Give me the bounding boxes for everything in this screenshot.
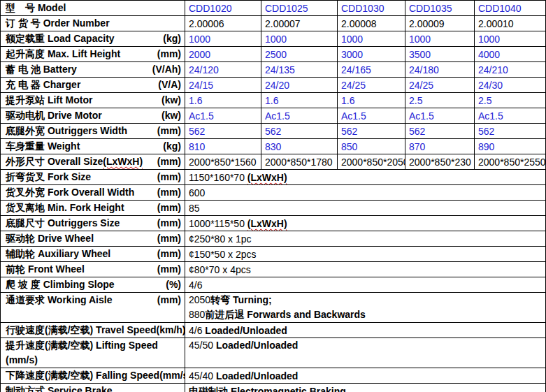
value-cell: 24/20: [261, 78, 338, 93]
cell-line: 880前进后退 Forwards and Backwards: [189, 307, 543, 322]
value-cell: 24/180: [405, 62, 475, 78]
table-row-climbing-slope: 爬 坡 度 Climbing Slope(%) 4/6: [1, 277, 546, 293]
row-label: 底腿外宽 Outriggers Width: [6, 124, 127, 138]
label-cell: 蓄 电 池 Battery(V/Ah): [1, 62, 185, 78]
value-cell: 1000: [261, 31, 338, 47]
misspelled-text: (LxWxH): [103, 156, 143, 167]
value-cell: 24/210: [475, 62, 546, 78]
row-label: 下降速度(满载/空载) Falling Speed: [6, 368, 159, 383]
table-row-order-number: 订 货 号 Order Number 2.00006 2.00007 2.000…: [1, 16, 546, 31]
value-cell: 2000*850*2050: [338, 154, 405, 170]
row-label: 订 货 号 Order Number: [6, 16, 110, 31]
value-cell: 1150*160*70 (LxWxH): [185, 170, 546, 185]
row-label: 外形尺寸 Overall Size(LxWxH): [6, 154, 143, 169]
cell-text: 1000*115*50: [189, 218, 247, 229]
value-cell: 2000*850*230: [405, 154, 475, 170]
cell-text: 880: [189, 309, 205, 320]
label-cell: 驱动电机 Drive Motor(kw): [1, 108, 185, 124]
value-cell: 2050转弯 Turning; 880前进后退 Forwards and Bac…: [185, 293, 546, 323]
value-cell: ¢80*70 x 4pcs: [185, 262, 546, 277]
value-cell: 1000: [185, 31, 261, 47]
label-cell: 货叉外宽 Fork Overall Width(mm): [1, 185, 185, 201]
value-cell: 1.6: [261, 93, 338, 108]
table-row-falling-speed: 下降速度(满载/空载) Falling Speed(mm/s) 45/40 Lo…: [1, 368, 546, 384]
value-cell: 562: [338, 124, 405, 139]
row-unit: (V/Ah): [152, 62, 181, 77]
value-cell: 1.6: [185, 93, 261, 108]
row-label-text: 外形尺寸 Overall Size: [6, 156, 103, 167]
row-label: 底腿尺寸 Outriggers Size: [6, 216, 120, 231]
row-label: 辅助轮 Auxiliary Wheel: [6, 247, 110, 261]
value-cell: 24/135: [261, 62, 338, 78]
value-cell: 1000: [338, 31, 405, 47]
value-cell: 562: [261, 124, 338, 139]
label-cell: 额定载重 Load Capacity(kg): [1, 31, 185, 47]
cell-text: 600: [189, 187, 205, 198]
value-cell: Ac1.5: [185, 108, 261, 124]
value-cell: 2.5: [475, 93, 546, 108]
table-row-fork-overall-width: 货叉外宽 Fork Overall Width(mm) 600: [1, 185, 546, 201]
cell-text: 1150*160*70: [189, 172, 247, 183]
value-cell: 2000*850*1780: [261, 154, 338, 170]
row-label: 车身重量 Weight: [6, 139, 80, 154]
row-unit: (mm): [157, 47, 181, 61]
value-cell: Ac1.5: [405, 108, 475, 124]
label-cell: 货叉离地 Min. Fork Height(mm): [1, 201, 185, 216]
value-cell: 3500: [405, 47, 475, 62]
value-cell: 2000*850*1560: [185, 154, 261, 170]
cell-line: 2050转弯 Turning;: [189, 293, 543, 307]
value-cell: Ac1.5: [261, 108, 338, 124]
value-cell: 890: [475, 139, 546, 154]
table-row-working-aisle: 通道要求 Working Aisle(mm) 2050转弯 Turning; 8…: [1, 293, 546, 323]
label-cell: 外形尺寸 Overall Size(LxWxH)(mm): [1, 154, 185, 170]
value-cell: 45/40 Loaded/Unloaded: [185, 368, 546, 384]
row-unit: (mm): [157, 154, 181, 169]
value-cell: 600: [185, 185, 546, 201]
row-label: 额定载重 Load Capacity: [6, 31, 115, 46]
table-row-travel-speed: 行驶速度(满载/空载) Travel Speed(km/h) 4/6 Loade…: [1, 323, 546, 338]
value-cell: 85: [185, 201, 546, 216]
value-cell: 810: [185, 139, 261, 154]
value-cell: 850: [338, 139, 405, 154]
row-label: 货叉外宽 Fork Overall Width: [6, 185, 134, 200]
value-cell: 2.00007: [261, 16, 338, 31]
value-cell: 24/15: [185, 78, 261, 93]
row-label: 驱动轮 Drive Wheel: [6, 231, 94, 246]
table-row-service-brake: 制动方式 Service Brake 电磁制动 Electromagnetic …: [1, 384, 546, 392]
value-cell: 24/25: [405, 78, 475, 93]
spec-table: 型 号 Model CDD1020 CDD1025 CDD1030 CDD103…: [0, 0, 546, 392]
misspelled-text: (LxWxH): [247, 218, 287, 229]
row-unit: (mm): [157, 201, 181, 215]
cell-text: 2050: [189, 294, 210, 305]
table-row-fork-size: 折弯货叉 Fork Size(mm) 1150*160*70 (LxWxH): [1, 170, 546, 185]
row-label: 型 号 Model: [6, 1, 66, 15]
table-row-lift-motor: 提升泵站 Lift Motor(kw) 1.6 1.6 1.6 2.5 2.5: [1, 93, 546, 108]
value-cell: 45/50 Loaded/Unloaded: [185, 338, 546, 368]
value-cell: 3000: [338, 47, 405, 62]
row-unit: (kg): [163, 31, 181, 46]
table-row-battery: 蓄 电 池 Battery(V/Ah) 24/120 24/135 24/165…: [1, 62, 546, 78]
row-unit: (mm/s): [6, 353, 38, 368]
value-cell: 电磁制动 Electromagnetic Braking: [185, 384, 546, 392]
value-cell: CDD1025: [261, 1, 338, 16]
label-cell: 驱动轮 Drive Wheel(mm): [1, 231, 185, 247]
row-label: 行驶速度(满载/空载) Travel Speed: [6, 323, 156, 337]
row-unit: (mm): [157, 170, 181, 184]
row-unit: (%): [166, 277, 181, 292]
value-cell: ¢150*50 x 2pcs: [185, 247, 546, 262]
cell-text-bold: 电磁制动 Electromagnetic Braking: [189, 386, 346, 392]
value-cell: 562: [475, 124, 546, 139]
row-label: 起升高度 Max. Lift Height: [6, 47, 120, 61]
label-cell: 辅助轮 Auxiliary Wheel(mm): [1, 247, 185, 262]
value-cell: 870: [405, 139, 475, 154]
cell-text: ¢250*80 x 1pc: [189, 233, 252, 245]
value-cell: 24/165: [338, 62, 405, 78]
value-cell: 1000*115*50 (LxWxH): [185, 216, 546, 231]
cell-text: 85: [189, 203, 200, 214]
misspelled-text: (LxWxH): [247, 172, 287, 183]
table-row-lifting-speed: 提升速度(满载/空载) Lifting Speed (mm/s) 45/50 L…: [1, 338, 546, 368]
table-row-min-fork-height: 货叉离地 Min. Fork Height(mm) 85: [1, 201, 546, 216]
table-row-charger: 充 电 器 Charger(V/A) 24/15 24/20 24/25 24/…: [1, 78, 546, 93]
value-cell: CDD1035: [405, 1, 475, 16]
row-unit: (mm): [157, 124, 181, 138]
